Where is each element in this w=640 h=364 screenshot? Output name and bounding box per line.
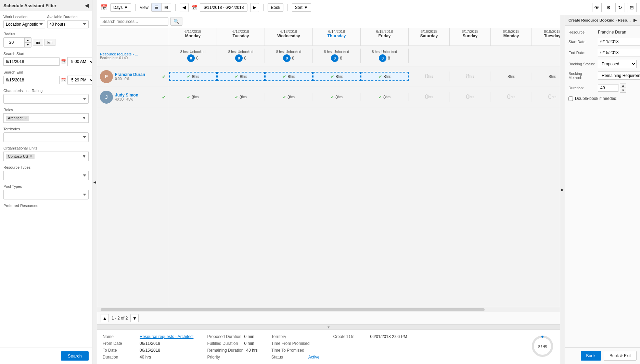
sort-btn[interactable]: Sort ▼: [292, 3, 311, 12]
org-tag-remove[interactable]: ✕: [29, 154, 33, 159]
collapse-left-icon[interactable]: ◀: [85, 3, 89, 8]
search-start-date[interactable]: [3, 57, 60, 66]
info-status-value[interactable]: Active: [308, 355, 320, 360]
role-tag-remove[interactable]: ✕: [24, 116, 27, 120]
next-page-btn[interactable]: ▼: [130, 314, 139, 322]
judy-day-4[interactable]: ✔ 8 hrs: [361, 93, 409, 101]
org-units-dropdown-icon[interactable]: ▼: [82, 154, 86, 159]
resource-search-input[interactable]: [100, 17, 168, 26]
territories-section: Territories: [3, 127, 89, 142]
roles-label: Roles: [3, 108, 89, 112]
hrs-label-f8: hrs: [551, 75, 556, 78]
francine-day-2[interactable]: ✔ 8 hrs: [265, 72, 313, 81]
avail-bars-4: 0 8: [379, 54, 390, 62]
list-view-btn[interactable]: ☰: [152, 3, 162, 11]
avail-num-2: 8: [292, 56, 294, 61]
radius-mi-btn[interactable]: mi: [33, 39, 43, 46]
form-duration-up-btn[interactable]: ▲: [620, 83, 626, 88]
resource-types-select[interactable]: [3, 171, 89, 180]
info-duration-value: 40 hrs: [140, 355, 151, 360]
radius-row: ▲ ▼ mi km: [3, 37, 89, 48]
collapse-btn[interactable]: ⊟: [627, 3, 637, 12]
form-startdate-input[interactable]: [598, 38, 640, 46]
search-button[interactable]: Search: [61, 351, 89, 361]
info-proposed-value: 0 min: [244, 334, 254, 339]
radius-km-btn[interactable]: km: [44, 39, 56, 46]
pool-types-select[interactable]: [3, 190, 89, 199]
day-header-7: 6/18/2018 Monday: [491, 28, 532, 46]
search-end-time[interactable]: 5:29 PM: [67, 76, 92, 84]
radius-down-btn[interactable]: ▼: [25, 42, 31, 47]
resource-search-submit[interactable]: 🔍: [170, 17, 182, 26]
info-fulfilled-label: Fulfilled Duration: [207, 341, 241, 346]
judy-day-0[interactable]: ✔ 8 hrs: [169, 93, 217, 101]
zero-j8: 0: [548, 93, 552, 101]
date-range-btn[interactable]: 6/11/2018 - 6/24/2018: [200, 3, 247, 12]
org-units-input[interactable]: Contoso US ✕ ▼: [3, 152, 89, 161]
panel-divider-handle[interactable]: ▼: [97, 324, 560, 330]
refresh-btn[interactable]: ↻: [615, 3, 625, 12]
form-book-btn[interactable]: Book: [581, 351, 601, 361]
progress-ring-text: 0 / 40: [538, 344, 547, 348]
days-dropdown-btn[interactable]: Days ▼: [110, 3, 131, 12]
search-end-section: Search End 📅 5:29 PM ▼: [3, 70, 89, 84]
day-header-0: 6/11/2018 Monday: [169, 28, 217, 46]
form-duration-down-btn[interactable]: ▼: [620, 88, 626, 93]
info-timefrom-row: Time From Promised: [271, 341, 320, 346]
info-col-1: Name Resource requests - Architect From …: [103, 334, 193, 360]
book-btn[interactable]: Book: [268, 3, 283, 12]
form-booking-method-select[interactable]: Remaining Requirement: [598, 72, 640, 80]
next-date-btn[interactable]: ▶: [250, 3, 259, 12]
right-collapse-handle[interactable]: ▶: [560, 15, 565, 364]
form-booking-status-select[interactable]: Proposed: [598, 60, 637, 68]
territories-select[interactable]: [3, 132, 89, 142]
right-panel-footer: Book Book & Exit: [565, 347, 640, 364]
char-rating-select[interactable]: [3, 94, 89, 104]
search-end-date[interactable]: [3, 76, 60, 84]
form-book-exit-btn[interactable]: Book & Exit: [604, 351, 637, 361]
h-scrollbar-thumb[interactable]: [101, 308, 485, 311]
right-panel-expand-icon[interactable]: ▶: [633, 18, 637, 23]
divider-icon: ▼: [327, 325, 330, 329]
form-double-book-checkbox[interactable]: [568, 96, 573, 101]
hrs-f0: 8: [192, 74, 194, 79]
view-toggle-group: ☰ ⊞: [151, 3, 171, 12]
roles-input[interactable]: Architect ✕ ▼: [3, 113, 89, 123]
radius-input[interactable]: [4, 38, 24, 47]
judy-day-1[interactable]: ✔ 8 hrs: [217, 93, 265, 101]
avail-duration-select[interactable]: 40 hours: [47, 20, 89, 28]
francine-day-1[interactable]: ✔ 8 hrs: [217, 72, 265, 81]
avail-bars-0: 0 8: [187, 54, 199, 62]
search-start-time[interactable]: 9:00 AM: [67, 57, 92, 66]
judy-day-3[interactable]: ✔ 8 hrs: [313, 93, 361, 101]
hrs-label-f2: hrs: [290, 75, 295, 78]
day-name-5: Saturday: [409, 34, 449, 38]
roles-dropdown-icon[interactable]: ▼: [82, 116, 86, 120]
info-duration-row: Duration 40 hrs: [103, 355, 193, 360]
search-start-calendar-icon[interactable]: 📅: [61, 59, 66, 64]
work-location-select[interactable]: Location Agnostic: [3, 20, 45, 28]
avail-bars-2: 0 8: [283, 54, 294, 62]
check-icon-j2: ✔: [283, 95, 286, 100]
char-rating-section: Characteristics - Rating: [3, 89, 89, 104]
prev-date-btn[interactable]: ◀: [180, 3, 189, 12]
form-double-book-label: Double-book if needed:: [575, 96, 617, 101]
info-proposed-row: Proposed Duration 0 min: [207, 334, 257, 339]
eye-btn[interactable]: 👁: [592, 3, 602, 12]
prev-page-btn[interactable]: ▲: [101, 314, 109, 322]
francine-day-3[interactable]: ✔ 8 hrs: [313, 72, 361, 81]
info-col-4: Created On 06/01/2018 2:06 PM: [333, 334, 407, 339]
form-duration-input[interactable]: [598, 84, 618, 92]
left-collapse-handle[interactable]: ◀: [92, 0, 97, 364]
judy-day-2[interactable]: ✔ 8 hrs: [265, 93, 313, 101]
form-enddate-input[interactable]: [598, 49, 640, 56]
radius-label: Radius: [3, 32, 89, 36]
francine-day-0[interactable]: ✔ 8 hrs: [169, 72, 217, 81]
radius-up-btn[interactable]: ▲: [25, 38, 31, 42]
grid-view-btn[interactable]: ⊞: [162, 3, 171, 11]
gear-btn[interactable]: ⚙: [604, 3, 613, 12]
francine-day-4[interactable]: ✔ 8 hrs: [361, 72, 409, 81]
search-end-calendar-icon[interactable]: 📅: [61, 78, 66, 82]
hrs-label-f7: hrs: [510, 75, 515, 78]
info-name-value[interactable]: Resource requests - Architect: [140, 334, 193, 339]
